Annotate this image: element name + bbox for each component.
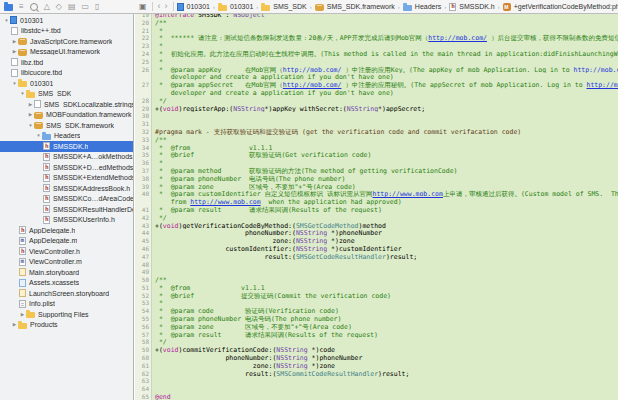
code-line-37[interactable]: 37 * @param method 获取验证码的方法(The method o… [135,167,618,175]
sidebar-item-javascriptcore-framework[interactable]: ▶JavaScriptCore.framework [0,36,133,47]
source-editor[interactable]: 19@interface SMSSDK : NSObject20/**21 *2… [135,14,618,400]
sidebar-item-viewcontroller-h[interactable]: ViewController.h [0,246,133,257]
code-line-43[interactable]: 43+(void)getVerificationCodeByMethod:(SM… [135,222,618,230]
code-line-49[interactable]: 49 [135,268,618,276]
code-line-61[interactable]: 61 zone:(NSString *)zone [135,362,618,370]
code-line-64[interactable]: 64 [135,385,618,393]
sidebar-item-libstdc-tbd[interactable]: libstdc++.tbd [0,26,133,37]
code-line-21[interactable]: 21 * [135,27,618,35]
code-line-27[interactable]: 27 * @param appSecret 在Mob官网（http://mob.… [135,81,618,89]
sidebar-item-smssdkresulthandlerdef-h[interactable]: SMSSDKResultHandlerDef.h [0,204,133,215]
disclosure-open-icon[interactable]: ▼ [19,90,26,97]
disclosure-closed-icon[interactable]: ▶ [27,101,34,108]
code-line-65[interactable]: 65@end [135,393,618,400]
code-line-42[interactable]: 42 */ [135,214,618,222]
debug-navigator-icon[interactable]: ▤ [68,3,76,11]
code-line-56[interactable]: 56 * @param zone 区域号，不要加"+"号(Area code) [135,323,618,331]
sidebar-item-main-storyboard[interactable]: Main.storyboard [0,267,133,278]
forward-button[interactable]: › [163,2,170,11]
code-line-48[interactable]: 48 [135,261,618,269]
code-line-31[interactable]: 31 [135,120,618,128]
find-navigator-icon[interactable] [30,3,38,11]
code-line-45[interactable]: 45 zone:(NSString *)zone [135,237,618,245]
code-line-30[interactable]: 30 [135,112,618,120]
breadcrumb-item-getverificationcodebymethod-phonenumber-zone-customidenti[interactable]: +getVerificationCodeByMethod:phoneNumber… [503,3,618,11]
code-line-62[interactable]: 62 result:(SMSCommitCodeResultHandler)re… [135,370,618,378]
breadcrumb-item-010301[interactable]: 010301 [218,3,253,11]
disclosure-open-icon[interactable]: ▼ [3,17,10,24]
breadcrumb-item-headers[interactable]: Headers [403,3,441,11]
code-line-40[interactable]: 40 * @param customIdentifier 自定义短信模板标识 该… [135,190,618,198]
code-line-55[interactable]: 55 * @param phoneNumber 电话号码(The phone n… [135,315,618,323]
disclosure-open-icon[interactable]: ▼ [35,132,42,139]
sidebar-item-smssdk-d-edmethods-h[interactable]: SMSSDK+D…edMethods.h [0,162,133,173]
sidebar-item-info-plist[interactable]: Info.plist [0,299,133,310]
code-line-22[interactable]: 22 * ****** 请注意：测试短信条数限制发送数量：20条/天，APP开发… [135,34,618,42]
breadcrumb-item-sms-sdk[interactable]: SMS_SDK [261,3,306,11]
code-line-63[interactable]: 63 [135,377,618,385]
code-line-60[interactable]: 60 phoneNumber:(NSString *)phoneNumber [135,354,618,362]
code-line-57[interactable]: 57 * @param result 请求结果回调(Results of the… [135,331,618,339]
code-line-24[interactable]: 24 * 初始化应用。此方法在应用启动时在主线程中调用。(This method… [135,50,618,58]
test-navigator-icon[interactable]: ◇ [56,3,62,11]
sidebar-item-smssdk-extendmethods-h[interactable]: SMSSDK+ExtendMethods.h [0,173,133,184]
code-line-25[interactable]: 25 * [135,58,618,66]
breakpoint-navigator-icon[interactable]: ▭ [82,3,90,11]
code-line-53[interactable]: 53 * [135,299,618,307]
code-line-35[interactable]: 35 * @brief 获取验证码(Get verification code) [135,151,618,159]
code-line-33[interactable]: 33/** [135,136,618,144]
code-line-28[interactable]: 28 */ [135,97,618,105]
code-line-59[interactable]: 59+(void)commitVerificationCode:(NSStrin… [135,346,618,354]
code-line-52[interactable]: 52 * @brief 提交验证码(Commit the verificatio… [135,292,618,300]
code-line-50[interactable]: 50/** [135,276,618,284]
sidebar-item-sms-sdk[interactable]: ▼SMS_SDK [0,89,133,100]
code-line-wrap[interactable]: developer and create a application if yo… [135,89,618,97]
sidebar-item-smssdkco-dareacode-h[interactable]: SMSSDKCo…dAreaCode.h [0,194,133,205]
disclosure-closed-icon[interactable]: ▶ [11,321,18,328]
breadcrumb-item-010301[interactable]: 010301 [177,3,210,11]
sidebar-item-smssdkaddressbook-h[interactable]: SMSSDKAddressBook.h [0,183,133,194]
disclosure-closed-icon[interactable]: ▶ [11,38,18,45]
code-line-20[interactable]: 20/** [135,19,618,27]
breadcrumb-item-sms-sdk-framework[interactable]: SMS_SDK.framework [315,3,395,11]
sidebar-item-appdelegate-m[interactable]: AppDelegate.m [0,236,133,247]
sidebar-item-smssdkuserinfo-h[interactable]: SMSSDKUserInfo.h [0,215,133,226]
sidebar-item-mobfoundation-framework[interactable]: ▶MOBFoundation.framework [0,110,133,121]
disclosure-closed-icon[interactable]: ▶ [11,48,18,55]
sidebar-item-products[interactable]: ▶Products [0,320,133,331]
sidebar-item-assets-xcassets[interactable]: Assets.xcassets [0,278,133,289]
code-line-32[interactable]: 32#pragma mark - 支持获取验证码和提交验证码 (get the … [135,128,618,136]
project-navigator-icon[interactable] [4,4,13,11]
sidebar-item-010301[interactable]: ▼010301 [0,78,133,89]
sidebar-item-libicucore-tbd[interactable]: libicucore.tbd [0,68,133,79]
code-line-58[interactable]: 58 */ [135,338,618,346]
breadcrumb-item-smssdk-h[interactable]: SMSSDK.h [449,3,494,11]
sidebar-item-viewcontroller-m[interactable]: ViewController.m [0,257,133,268]
code-line-36[interactable]: 36 * [135,159,618,167]
related-items-icon[interactable]: ▣ [139,2,147,11]
sidebar-item-smssdk-h[interactable]: SMSSDK.h [0,141,133,152]
disclosure-open-icon[interactable]: ▼ [11,80,18,87]
sidebar-item-sms-sdklocalizable-strings[interactable]: ▶SMS_SDKLocalizable.strings [0,99,133,110]
sidebar-item-libz-tbd[interactable]: libz.tbd [0,57,133,68]
code-line-39[interactable]: 39 * @param zone 区域号，不要加"+"号(Area code) [135,183,618,191]
sidebar-item-appdelegate-h[interactable]: AppDelegate.h [0,225,133,236]
code-line-44[interactable]: 44 phoneNumber:(NSString *)phoneNumber [135,229,618,237]
sidebar-item-smssdk-a-okmethods-h[interactable]: SMSSDK+A…okMethods.h [0,152,133,163]
code-line-38[interactable]: 38 * @param phoneNumber 电话号码(The phone n… [135,175,618,183]
sidebar-item-010301[interactable]: ▼010301 [0,15,133,26]
sidebar-item-launchscreen-storyboard[interactable]: LaunchScreen.storyboard [0,288,133,299]
code-line-wrap[interactable]: from http://www.mob.com when the applica… [135,198,618,206]
symbol-navigator-icon[interactable]: ≡ [19,3,24,11]
code-line-47[interactable]: 47 result:(SMSGetCodeResultHandler)resul… [135,253,618,261]
disclosure-open-icon[interactable]: ▼ [27,122,34,129]
disclosure-closed-icon[interactable]: ▶ [27,111,34,118]
report-navigator-icon[interactable]: ▯ [95,3,99,11]
code-line-46[interactable]: 46 customIdentifier:(NSString *)customId… [135,245,618,253]
sidebar-item-headers[interactable]: ▼Headers [0,131,133,142]
code-line-34[interactable]: 34 * @from v1.1.1 [135,144,618,152]
code-line-29[interactable]: 29+(void)registerApp:(NSString*)appKey w… [135,105,618,113]
sidebar-item-supporting-files[interactable]: ▶Supporting Files [0,309,133,320]
disclosure-closed-icon[interactable]: ▶ [19,311,26,318]
code-line-23[interactable]: 23 * [135,42,618,50]
